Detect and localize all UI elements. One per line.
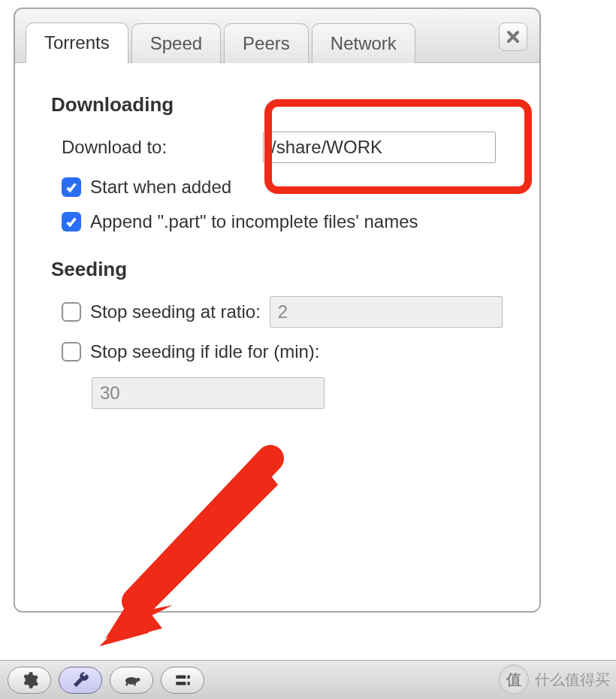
- tab-network[interactable]: Network: [312, 23, 415, 63]
- turtle-button[interactable]: [110, 667, 153, 694]
- append-part-row[interactable]: Append ".part" to incomplete files' name…: [62, 211, 503, 232]
- torrents-panel: Downloading Download to: Start when adde…: [15, 63, 539, 611]
- stop-ratio-label: Stop seeding at ratio:: [90, 301, 261, 322]
- seeding-heading: Seeding: [51, 258, 503, 281]
- watermark-text: 什么值得买: [535, 670, 610, 690]
- download-to-input[interactable]: [263, 132, 496, 163]
- svg-rect-11: [188, 682, 190, 685]
- settings-button[interactable]: [8, 667, 51, 694]
- svg-point-5: [137, 677, 140, 681]
- downloading-heading: Downloading: [51, 93, 503, 116]
- tab-bar: Torrents Speed Peers Network: [15, 9, 539, 63]
- svg-rect-7: [134, 683, 135, 685]
- stop-idle-input[interactable]: [92, 377, 325, 409]
- append-part-checkbox[interactable]: [62, 212, 81, 231]
- compact-view-button[interactable]: [161, 667, 204, 694]
- close-icon: [506, 29, 521, 44]
- svg-rect-9: [188, 675, 190, 678]
- start-when-added-row[interactable]: Start when added: [62, 177, 503, 198]
- stop-ratio-checkbox[interactable]: [62, 302, 81, 322]
- stop-idle-row: Stop seeding if idle for (min):: [62, 341, 503, 409]
- list-icon: [173, 670, 192, 690]
- download-to-row: Download to:: [62, 132, 503, 163]
- preferences-button[interactable]: [59, 667, 102, 694]
- gear-icon: [20, 670, 39, 690]
- watermark-badge: 值: [499, 664, 529, 694]
- stop-idle-checkbox[interactable]: [62, 342, 81, 362]
- preferences-dialog: Torrents Speed Peers Network Downloading…: [14, 8, 541, 613]
- svg-rect-10: [176, 682, 186, 685]
- stop-ratio-input[interactable]: [270, 296, 503, 328]
- svg-rect-8: [176, 675, 186, 678]
- bottom-toolbar: 值 什么值得买: [0, 660, 616, 699]
- turtle-icon: [122, 670, 141, 690]
- wrench-icon: [71, 670, 90, 690]
- check-icon: [65, 215, 78, 228]
- download-to-label: Download to:: [62, 137, 167, 158]
- stop-idle-label: Stop seeding if idle for (min):: [90, 341, 319, 362]
- watermark: 值 什么值得买: [499, 664, 610, 694]
- stop-ratio-row: Stop seeding at ratio:: [62, 296, 503, 328]
- check-icon: [65, 180, 78, 194]
- svg-rect-6: [126, 683, 128, 685]
- close-button[interactable]: [499, 23, 527, 51]
- tab-torrents[interactable]: Torrents: [26, 23, 128, 63]
- start-when-added-checkbox[interactable]: [62, 177, 81, 197]
- tab-peers[interactable]: Peers: [224, 23, 309, 63]
- start-when-added-label: Start when added: [90, 177, 231, 198]
- tab-speed[interactable]: Speed: [131, 23, 221, 63]
- append-part-label: Append ".part" to incomplete files' name…: [90, 211, 418, 232]
